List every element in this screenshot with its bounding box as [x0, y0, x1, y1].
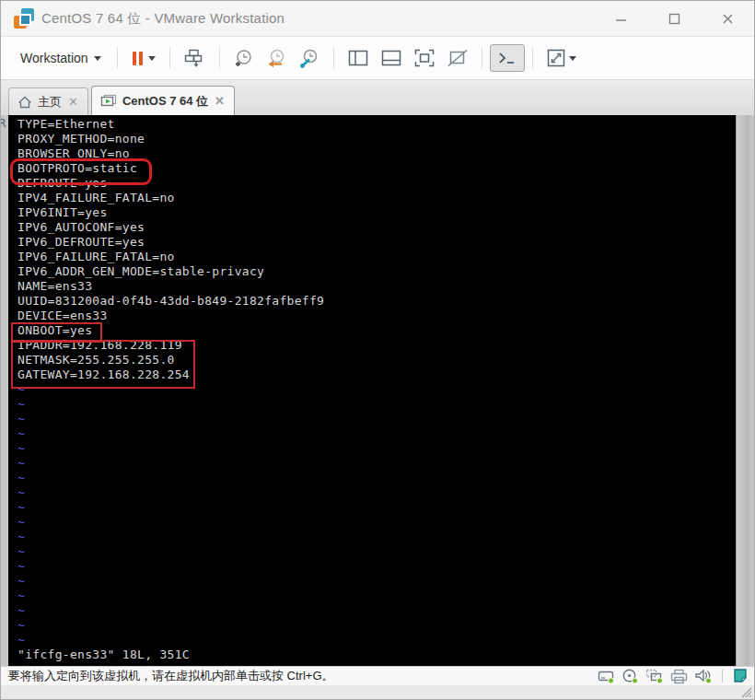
- sound-icon[interactable]: [694, 669, 713, 684]
- terminal-line: IPV6_AUTOCONF=yes: [17, 220, 738, 235]
- network-adapter-icon[interactable]: [645, 669, 664, 684]
- screen-right-edge: [736, 115, 754, 666]
- terminal-tilde-line: ~: [17, 471, 738, 485]
- terminal-lines: TYPE=EthernetPROXY_METHOD=noneBROWSER_ON…: [8, 115, 738, 662]
- terminal-tilde-line: ~: [17, 559, 738, 574]
- terminal-line: IPADDR=192.168.228.119: [17, 338, 738, 353]
- console-view-button[interactable]: [490, 44, 525, 72]
- terminal-line: GATEWAY=192.168.228.254: [17, 368, 738, 382]
- home-icon: [17, 96, 32, 109]
- close-icon: [722, 13, 734, 25]
- terminal-tilde-line: ~: [17, 618, 738, 633]
- tab-label: 主页: [38, 94, 62, 111]
- terminal-line: BOOTPROTO=static: [17, 161, 738, 176]
- terminal-line: DEVICE=ens33: [17, 309, 738, 323]
- close-tab-icon[interactable]: ✕: [67, 96, 79, 108]
- terminal-tilde-line: ~: [17, 574, 738, 589]
- terminal-line: ONBOOT=yes: [17, 323, 738, 338]
- take-snapshot-button[interactable]: [227, 44, 260, 73]
- terminal-line: IPV6INIT=yes: [17, 205, 738, 220]
- printer-icon[interactable]: [670, 669, 688, 684]
- terminal-line: IPV6_ADDR_GEN_MODE=stable-privacy: [17, 264, 738, 279]
- fit-guest-button[interactable]: [540, 44, 583, 72]
- toolbar: Workstation: [1, 37, 754, 80]
- show-library-button[interactable]: [342, 45, 375, 71]
- terminal-tilde-line: ~: [17, 441, 738, 456]
- terminal-line: IPV6_FAILURE_FATAL=no: [17, 250, 738, 264]
- snapshot-manager-icon: [299, 49, 319, 68]
- show-thumbnail-bar-button[interactable]: [375, 45, 408, 71]
- edge-artifact-text: R: [1, 117, 6, 130]
- unity-icon: [447, 49, 468, 67]
- message-log-icon[interactable]: [732, 668, 749, 684]
- title-bar[interactable]: CentOS 7 64 位 - VMware Workstation: [1, 1, 754, 37]
- status-message: 要将输入定向到该虚拟机，请在虚拟机内部单击或按 Ctrl+G。: [8, 668, 334, 684]
- pause-icon: [132, 51, 145, 66]
- terminal-line: DEFROUTE=yes: [17, 176, 738, 191]
- vmware-logo-icon: [14, 8, 34, 29]
- tab-centos-vm[interactable]: CentOS 7 64 位 ✕: [91, 86, 235, 115]
- terminal-tilde-line: ~: [17, 603, 738, 618]
- fullscreen-button[interactable]: [408, 44, 441, 72]
- terminal-tilde-line: ~: [17, 426, 738, 441]
- terminal-tilde-line: ~: [17, 412, 738, 426]
- terminal-console[interactable]: TYPE=EthernetPROXY_METHOD=noneBROWSER_ON…: [8, 115, 738, 666]
- ctrl-alt-del-icon: [184, 49, 205, 68]
- terminal-line: IPV4_FAILURE_FATAL=no: [17, 191, 738, 205]
- snapshot-take-icon: [234, 49, 253, 68]
- terminal-line: PROXY_METHOD=none: [17, 132, 738, 146]
- terminal-tilde-line: ~: [17, 500, 738, 515]
- tab-home[interactable]: 主页 ✕: [8, 88, 88, 115]
- maximize-icon: [668, 13, 680, 25]
- resize-diagonal-icon: [547, 49, 565, 67]
- snapshot-manager-button[interactable]: [293, 44, 326, 73]
- terminal-tilde-line: ~: [17, 530, 738, 544]
- terminal-line: TYPE=Ethernet: [17, 117, 738, 132]
- screen-left-edge: R: [1, 115, 8, 666]
- vmware-window: CentOS 7 64 位 - VMware Workstation Works…: [0, 0, 755, 700]
- window-title: CentOS 7 64 位 - VMware Workstation: [41, 10, 285, 28]
- terminal-line: BROWSER_ONLY=no: [17, 146, 738, 161]
- workstation-menu-label: Workstation: [20, 51, 88, 65]
- terminal-line: NAME=ens33: [17, 279, 738, 294]
- maximize-button[interactable]: [647, 1, 701, 36]
- terminal-line: IPV6_DEFROUTE=yes: [17, 235, 738, 250]
- tab-bar: 主页 ✕ CentOS 7 64 位 ✕: [1, 80, 754, 115]
- terminal-tilde-line: ~: [17, 589, 738, 603]
- terminal-tilde-line: ~: [17, 382, 738, 397]
- terminal-tilde-line: ~: [17, 485, 738, 500]
- chevron-down-icon: [94, 56, 101, 61]
- minimize-button[interactable]: [594, 1, 647, 36]
- terminal-line: UUID=831200ad-0f4b-43dd-b849-2182fafbeff…: [17, 294, 738, 309]
- snapshot-revert-icon: [266, 49, 286, 68]
- close-button[interactable]: [701, 1, 754, 36]
- minimize-icon: [615, 13, 627, 25]
- terminal-tilde-line: ~: [17, 544, 738, 559]
- chevron-down-icon: [569, 56, 576, 61]
- terminal-tilde-line: ~: [17, 515, 738, 530]
- status-bar: 要将输入定向到该虚拟机，请在虚拟机内部单击或按 Ctrl+G。: [1, 666, 754, 685]
- power-pause-button[interactable]: [125, 46, 162, 71]
- terminal-tilde-line: ~: [17, 633, 738, 648]
- vm-screen[interactable]: R TYPE=EthernetPROXY_METHOD=noneBROWSER_…: [1, 115, 754, 666]
- hard-disk-icon[interactable]: [598, 669, 615, 684]
- split-horizontal-icon: [381, 50, 401, 66]
- cd-rom-icon[interactable]: [621, 669, 639, 684]
- window-bottom-edge: [1, 685, 754, 699]
- resize-grip[interactable]: [739, 685, 752, 698]
- vm-screen-icon: [100, 94, 117, 108]
- revert-snapshot-button[interactable]: [260, 44, 293, 73]
- unity-mode-button[interactable]: [441, 44, 474, 72]
- terminal-tilde-line: ~: [17, 456, 738, 471]
- console-icon: [496, 49, 518, 67]
- workstation-menu-button[interactable]: Workstation: [12, 45, 110, 71]
- terminal-tilde-line: ~: [17, 397, 738, 412]
- tab-label: CentOS 7 64 位: [122, 93, 208, 110]
- vi-status-line: "ifcfg-ens33" 18L, 351C: [17, 648, 738, 662]
- terminal-line: NETMASK=255.255.255.0: [17, 353, 738, 368]
- close-tab-icon[interactable]: ✕: [214, 95, 226, 107]
- ctrl-alt-del-button[interactable]: [178, 44, 212, 73]
- chevron-down-icon: [148, 56, 156, 61]
- fullscreen-icon: [414, 49, 435, 67]
- split-vertical-icon: [348, 50, 368, 66]
